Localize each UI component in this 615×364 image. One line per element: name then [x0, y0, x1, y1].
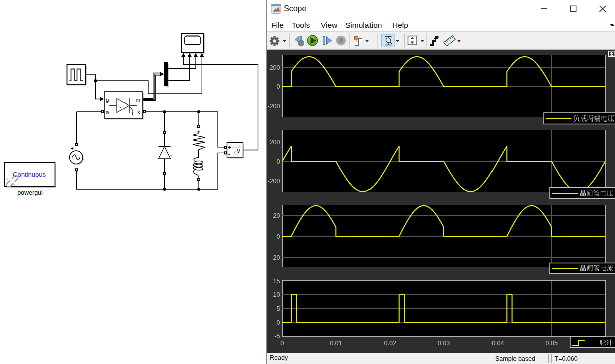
svg-text:0: 0: [277, 319, 280, 326]
svg-text:0.05: 0.05: [546, 340, 558, 347]
svg-text:-5: -5: [274, 333, 280, 340]
svg-text:0: 0: [281, 340, 284, 347]
svg-text:15: 15: [273, 278, 280, 285]
svg-text:200: 200: [270, 139, 280, 146]
svg-text:5: 5: [277, 305, 280, 312]
svg-text:10: 10: [273, 291, 280, 298]
svg-text:-200: -200: [267, 103, 280, 110]
svg-text:Scope: Scope: [284, 4, 306, 13]
svg-text:0: 0: [277, 158, 280, 165]
svg-text:200: 200: [270, 64, 280, 71]
svg-text:0: 0: [277, 83, 280, 90]
svg-text:0.04: 0.04: [491, 340, 504, 347]
svg-text:20: 20: [273, 212, 280, 219]
svg-text:0: 0: [277, 233, 280, 240]
svg-text:0.01: 0.01: [330, 340, 342, 347]
svg-text:-20: -20: [271, 254, 280, 261]
svg-text:0.03: 0.03: [438, 340, 450, 347]
svg-text:0.02: 0.02: [384, 340, 396, 347]
svg-text:-200: -200: [267, 178, 280, 185]
